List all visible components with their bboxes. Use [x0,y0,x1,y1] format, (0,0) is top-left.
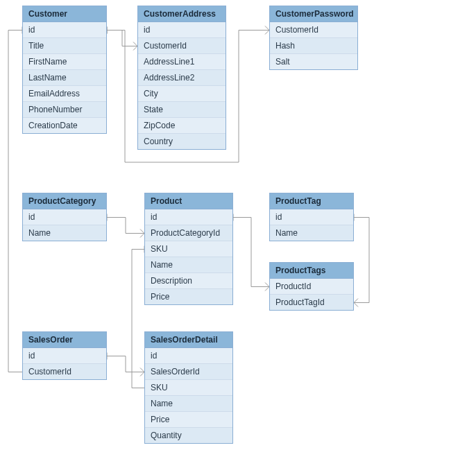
entity-field: id [23,348,106,364]
entity-title: ProductCategory [23,193,106,209]
entity-field: Name [270,225,353,241]
entity-title: ProductTag [270,193,353,209]
entity-field: CustomerId [270,22,357,38]
entity-field: Name [145,257,232,273]
entity-field: AddressLine1 [138,54,226,70]
entity-field: Country [138,134,226,149]
entity-title: Customer [23,6,106,22]
entity-field: AddressLine2 [138,70,226,86]
entity-field: id [145,209,232,225]
entity-product: ProductidProductCategoryIdSKUNameDescrip… [144,193,233,305]
entity-field: Name [23,225,106,241]
entity-field: ZipCode [138,118,226,134]
entity-field: SKU [145,241,232,257]
entity-field: PhoneNumber [23,102,106,118]
entity-title: CustomerPassword [270,6,357,22]
entity-customer: CustomeridTitleFirstNameLastNameEmailAdd… [22,6,107,134]
entity-field: FirstName [23,54,106,70]
entity-field: id [23,209,106,225]
entity-field: Description [145,273,232,289]
entity-field: Price [145,289,232,304]
entity-field: Salt [270,54,357,69]
entity-field: SalesOrderId [145,364,232,380]
entity-field: ProductCategoryId [145,225,232,241]
entity-field: CreationDate [23,118,106,133]
entity-field: EmailAddress [23,86,106,102]
entity-producttags: ProductTagsProductIdProductTagId [269,262,354,311]
entity-field: ProductTagId [270,295,353,310]
entity-title: SalesOrder [23,332,106,348]
entity-field: ProductId [270,279,353,295]
entity-salesorderdetail: SalesOrderDetailidSalesOrderIdSKUNamePri… [144,331,233,444]
entity-field: id [138,22,226,38]
entity-field: Title [23,38,106,54]
entity-field: Price [145,412,232,428]
entity-field: id [145,348,232,364]
entity-productcategory: ProductCategoryidName [22,193,107,241]
entity-field: Quantity [145,428,232,443]
entity-field: id [270,209,353,225]
entity-customerpassword: CustomerPasswordCustomerIdHashSalt [269,6,358,70]
entity-field: CustomerId [23,364,106,379]
entity-producttag: ProductTagidName [269,193,354,241]
entity-salesorder: SalesOrderidCustomerId [22,331,107,380]
entity-title: ProductTags [270,263,353,279]
entity-title: CustomerAddress [138,6,226,22]
entity-field: CustomerId [138,38,226,54]
entity-field: SKU [145,380,232,396]
entity-field: LastName [23,70,106,86]
entity-field: Name [145,396,232,412]
entity-field: id [23,22,106,38]
er-diagram-canvas: CustomeridTitleFirstNameLastNameEmailAdd… [0,0,476,459]
entity-field: City [138,86,226,102]
entity-title: Product [145,193,232,209]
entity-field: State [138,102,226,118]
entity-field: Hash [270,38,357,54]
entity-customeraddress: CustomerAddressidCustomerIdAddressLine1A… [137,6,226,150]
entity-title: SalesOrderDetail [145,332,232,348]
